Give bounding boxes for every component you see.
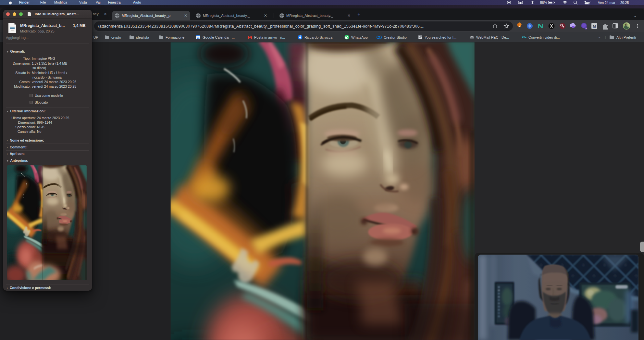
svg-text:5: 5 — [585, 27, 587, 30]
svg-text:58%: 58% — [540, 1, 547, 5]
svg-text:M: M — [593, 24, 596, 28]
svg-text:31: 31 — [197, 37, 200, 39]
svg-text:20:25: 20:25 — [620, 1, 629, 5]
svg-text:Ven 24 mar: Ven 24 mar — [598, 1, 615, 5]
